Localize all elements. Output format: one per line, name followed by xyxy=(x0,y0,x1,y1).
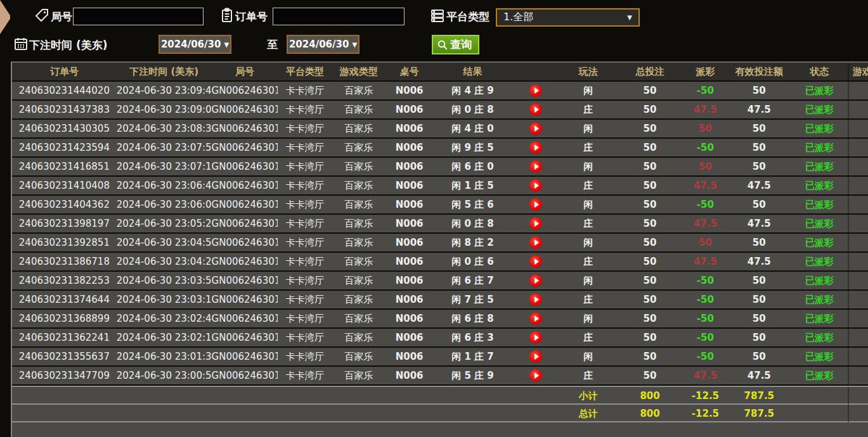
cell-platform: 卡卡湾厅 xyxy=(278,310,332,327)
header-order-no: 订单号 xyxy=(12,63,117,80)
play-video-icon[interactable] xyxy=(529,103,542,116)
cell-payout: -50 xyxy=(683,310,727,327)
play-video-icon[interactable] xyxy=(529,122,542,135)
date-to-picker[interactable]: 2024/06/30 ▼ xyxy=(287,35,360,54)
cell-bet-time: 2024-06-30 23:04:56 xyxy=(117,234,212,251)
play-video-icon[interactable] xyxy=(529,274,542,287)
cell-platform: 卡卡湾厅 xyxy=(278,367,332,384)
cell-order-no: 240630231416851 xyxy=(12,158,117,175)
cell-game xyxy=(848,196,868,213)
cell-valid-bet: 50 xyxy=(727,291,791,308)
sidebar-collapse-arrow[interactable] xyxy=(0,0,10,34)
bet-records-table: 订单号 下注时间 (美东) 局号 平台类型 游戏类型 桌号 结果 玩法 总投注 … xyxy=(11,61,868,437)
table-row: 240630231362241 2024-06-30 23:02:13 GN00… xyxy=(12,329,868,346)
cell-result: 闲 5 庄 9 xyxy=(433,367,512,384)
cell-game-type: 百家乐 xyxy=(332,253,385,270)
play-video-icon[interactable] xyxy=(529,198,542,211)
cell-total-bet: 50 xyxy=(617,177,683,194)
cell-payout: 47.5 xyxy=(683,367,727,384)
platform-type-label: 平台类型 xyxy=(446,10,489,24)
cell-order-no: 240630231382253 xyxy=(12,272,117,289)
play-video-icon[interactable] xyxy=(529,255,542,268)
play-video-icon[interactable] xyxy=(529,179,542,192)
header-game: 游戏 xyxy=(848,63,868,80)
cell-total-bet: 50 xyxy=(617,101,683,118)
table-row: 240630231410408 2024-06-30 23:06:42 GN00… xyxy=(12,177,868,194)
cell-bet-side: 闲 xyxy=(560,158,617,175)
cell-game-no: GN006246301O9 xyxy=(212,348,278,365)
status-badge: 已派彩 xyxy=(791,120,848,137)
table-row: 240630231382253 2024-06-30 23:03:57 GN00… xyxy=(12,272,868,289)
cell-bet-side: 庄 xyxy=(560,177,617,194)
play-video-icon[interactable] xyxy=(529,293,542,306)
search-icon xyxy=(437,39,448,51)
cell-valid-bet: 47.5 xyxy=(727,101,791,118)
header-table-no: 桌号 xyxy=(385,63,433,80)
cell-total-bet: 50 xyxy=(617,196,683,213)
cell-payout: -50 xyxy=(683,348,727,365)
cell-game-no: GN006246301OE xyxy=(212,253,278,270)
play-video-icon[interactable] xyxy=(529,217,542,230)
status-badge: 已派彩 xyxy=(791,234,848,251)
cell-replay xyxy=(512,177,560,194)
cell-table-no: N006 xyxy=(385,367,433,384)
play-video-icon[interactable] xyxy=(529,141,542,154)
cell-table-no: N006 xyxy=(385,310,433,327)
cell-valid-bet: 47.5 xyxy=(727,177,791,194)
play-video-icon[interactable] xyxy=(529,331,542,344)
cell-bet-side: 闲 xyxy=(560,272,617,289)
cell-game xyxy=(848,158,868,175)
cell-order-no: 240630231398197 xyxy=(12,215,117,232)
status-badge: 已派彩 xyxy=(791,215,848,232)
header-bet-side: 玩法 xyxy=(560,63,617,80)
cell-total-bet: 50 xyxy=(617,310,683,327)
cell-platform: 卡卡湾厅 xyxy=(278,215,332,232)
game-number-input[interactable] xyxy=(73,8,204,25)
cell-payout: 47.5 xyxy=(683,215,727,232)
cell-bet-side: 庄 xyxy=(560,253,617,270)
cell-result: 闲 1 庄 7 xyxy=(433,348,512,365)
table-row: 240630231437383 2024-06-30 23:09:09 GN00… xyxy=(12,101,868,118)
cell-result: 闲 1 庄 5 xyxy=(433,177,512,194)
cell-game-no: GN006246301ON xyxy=(212,82,278,99)
table-row: 240630231416851 2024-06-30 23:07:18 GN00… xyxy=(12,158,868,175)
cell-payout: -50 xyxy=(683,291,727,308)
play-video-icon[interactable] xyxy=(529,160,542,173)
subtotal-valid-bet: 787.5 xyxy=(727,387,791,405)
play-video-icon[interactable] xyxy=(529,84,542,97)
play-video-icon[interactable] xyxy=(529,312,542,325)
table-row: 240630231404362 2024-06-30 23:06:06 GN00… xyxy=(12,196,868,213)
status-badge: 已派彩 xyxy=(791,196,848,213)
cell-bet-side: 闲 xyxy=(560,310,617,327)
cell-table-no: N006 xyxy=(385,101,433,118)
cell-valid-bet: 50 xyxy=(727,234,791,251)
cell-game xyxy=(848,215,868,232)
cell-bet-side: 闲 xyxy=(560,196,617,213)
play-video-icon[interactable] xyxy=(529,350,542,363)
cell-result: 闲 7 庄 5 xyxy=(433,291,512,308)
cell-result: 闲 9 庄 5 xyxy=(433,139,512,156)
order-number-input[interactable] xyxy=(273,8,405,25)
cell-result: 闲 4 庄 9 xyxy=(433,82,512,99)
cell-game-type: 百家乐 xyxy=(332,310,385,327)
date-from-picker[interactable]: 2024/06/30 ▼ xyxy=(159,35,231,54)
cell-bet-time: 2024-06-30 23:03:15 xyxy=(117,291,212,308)
play-video-icon[interactable] xyxy=(529,369,542,382)
grand-total-row: 总计 800 -12.5 787.5 xyxy=(12,403,868,421)
cell-table-no: N006 xyxy=(385,196,433,213)
cell-payout: -50 xyxy=(683,139,727,156)
query-button[interactable]: 查询 xyxy=(432,35,479,54)
cell-table-no: N006 xyxy=(385,215,433,232)
cell-order-no: 240630231410408 xyxy=(12,177,117,194)
cell-table-no: N006 xyxy=(385,139,433,156)
subtotal-total-bet: 800 xyxy=(617,387,683,405)
header-game-no: 局号 xyxy=(212,63,278,80)
chevron-down-icon: ▼ xyxy=(627,14,632,21)
play-video-icon[interactable] xyxy=(529,236,542,249)
table-row: 240630231368899 2024-06-30 23:02:46 GN00… xyxy=(12,310,868,327)
chevron-down-icon: ▼ xyxy=(224,41,229,48)
platform-type-select[interactable]: 1.全部 ▼ xyxy=(496,8,640,27)
cell-order-no: 240630231374644 xyxy=(12,291,117,308)
bet-time-label: 下注时间 (美东) xyxy=(29,38,107,53)
cell-bet-side: 庄 xyxy=(560,101,617,118)
